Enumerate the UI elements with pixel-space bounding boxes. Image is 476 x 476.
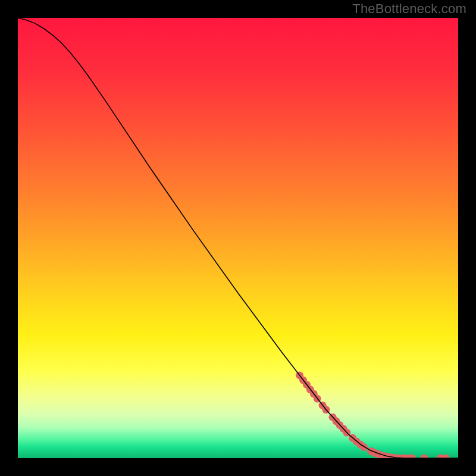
marker-dot [421,455,428,459]
marker-layer [296,371,450,458]
chart-container: TheBottleneck.com [0,0,476,476]
watermark-text: TheBottleneck.com [352,1,466,17]
marker-dot [408,455,416,459]
plot-area [18,18,458,458]
curve-line [18,18,458,458]
marker-dot [442,455,450,459]
plot-svg [18,18,458,458]
